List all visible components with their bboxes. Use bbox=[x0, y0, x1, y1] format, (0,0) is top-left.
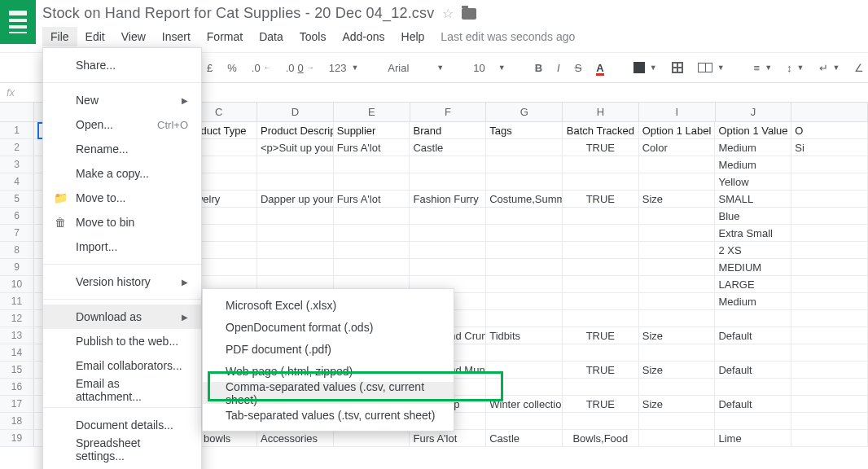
cell[interactable]: Tidbits bbox=[486, 327, 563, 344]
row-number[interactable]: 13 bbox=[0, 327, 34, 344]
menu-edit[interactable]: Edit bbox=[77, 27, 113, 46]
cell[interactable] bbox=[410, 208, 486, 224]
cell[interactable]: Winter collection bbox=[486, 396, 563, 412]
cell[interactable] bbox=[257, 208, 334, 224]
last-edit[interactable]: Last edit was seconds ago bbox=[441, 30, 575, 43]
col-header[interactable]: J bbox=[716, 103, 792, 121]
cell[interactable] bbox=[639, 430, 716, 446]
cell[interactable] bbox=[715, 413, 791, 429]
cell[interactable] bbox=[563, 276, 639, 292]
cell[interactable]: Brand bbox=[410, 122, 486, 138]
file-menu-publish-to-the-web[interactable]: Publish to the web... bbox=[43, 329, 201, 353]
row-number[interactable]: 12 bbox=[0, 310, 34, 327]
cell[interactable]: Size bbox=[639, 327, 716, 344]
cell[interactable]: TRUE bbox=[563, 362, 639, 378]
wrap[interactable]: ↵▼ bbox=[814, 60, 845, 76]
cell[interactable] bbox=[791, 310, 868, 327]
cell[interactable] bbox=[486, 173, 563, 190]
folder-icon[interactable] bbox=[462, 8, 476, 20]
row-number[interactable]: 14 bbox=[0, 344, 34, 361]
cell[interactable]: Medium bbox=[715, 139, 791, 156]
row-number[interactable]: 2 bbox=[0, 139, 34, 156]
col-header[interactable]: E bbox=[334, 103, 410, 121]
menu-add-ons[interactable]: Add-ons bbox=[334, 27, 392, 46]
cell[interactable] bbox=[334, 242, 410, 258]
file-menu-import[interactable]: Import... bbox=[43, 234, 201, 259]
cell[interactable] bbox=[334, 208, 410, 224]
cell[interactable]: O bbox=[791, 122, 868, 138]
cell[interactable] bbox=[791, 242, 868, 258]
row-number[interactable]: 18 bbox=[0, 413, 34, 429]
cell[interactable] bbox=[639, 310, 716, 327]
file-menu-document-details[interactable]: Document details... bbox=[43, 413, 201, 437]
col-header[interactable]: G bbox=[486, 103, 563, 121]
file-menu-email-collaborators[interactable]: Email collaborators... bbox=[43, 353, 201, 378]
cell[interactable]: Size bbox=[639, 191, 716, 207]
cell[interactable]: Default bbox=[715, 396, 791, 412]
cell[interactable]: TRUE bbox=[563, 327, 639, 344]
cell[interactable] bbox=[563, 310, 639, 327]
cell[interactable] bbox=[257, 225, 334, 241]
file-menu-make-a-copy[interactable]: Make a copy... bbox=[43, 161, 201, 186]
star-icon[interactable]: ☆ bbox=[442, 6, 454, 21]
cell[interactable] bbox=[791, 430, 868, 446]
cell[interactable] bbox=[639, 344, 716, 361]
download-comma-separated-values-csv-current-sheet[interactable]: Comma-separated values (.csv, current sh… bbox=[203, 382, 454, 404]
cell[interactable] bbox=[563, 259, 639, 275]
cell[interactable]: Batch Tracked bbox=[563, 122, 639, 138]
cell[interactable] bbox=[791, 362, 868, 378]
cell[interactable] bbox=[639, 379, 716, 395]
download-opendocument-format-ods[interactable]: OpenDocument format (.ods) bbox=[203, 316, 454, 338]
cell[interactable] bbox=[715, 344, 791, 361]
cell[interactable] bbox=[715, 310, 791, 327]
row-number[interactable]: 11 bbox=[0, 293, 34, 309]
col-header[interactable]: H bbox=[563, 103, 639, 121]
row-number[interactable]: 5 bbox=[0, 191, 34, 207]
cell[interactable] bbox=[563, 225, 639, 241]
doc-title[interactable]: Stock on Hand Report for Cat Supplies - … bbox=[42, 5, 434, 22]
cell[interactable] bbox=[639, 293, 716, 309]
row-number[interactable]: 8 bbox=[0, 242, 34, 258]
cell[interactable]: Bowls,Food bbox=[563, 430, 639, 446]
cell[interactable]: Castle bbox=[486, 430, 563, 446]
more-formats[interactable]: 123▼ bbox=[324, 60, 364, 76]
cell[interactable] bbox=[563, 208, 639, 224]
cell[interactable] bbox=[791, 191, 868, 207]
font-family[interactable]: Arial▼ bbox=[383, 60, 449, 76]
cell[interactable] bbox=[639, 156, 716, 173]
cell[interactable] bbox=[791, 293, 868, 309]
cell[interactable] bbox=[791, 379, 868, 395]
cell[interactable] bbox=[410, 242, 486, 258]
menu-tools[interactable]: Tools bbox=[292, 27, 335, 46]
file-menu-spreadsheet-settings[interactable]: Spreadsheet settings... bbox=[43, 437, 201, 462]
cell[interactable]: Lime bbox=[715, 430, 791, 446]
file-menu-rename[interactable]: Rename... bbox=[43, 137, 201, 161]
cell[interactable] bbox=[639, 259, 716, 275]
cell[interactable] bbox=[639, 242, 716, 258]
cell[interactable] bbox=[486, 208, 563, 224]
cell[interactable] bbox=[257, 173, 334, 190]
cell[interactable] bbox=[639, 413, 716, 429]
sheets-logo[interactable] bbox=[0, 0, 36, 44]
cell[interactable] bbox=[563, 413, 639, 429]
cell[interactable]: Yellow bbox=[715, 173, 791, 190]
increase-decimal[interactable]: .00→ bbox=[281, 60, 319, 76]
cell[interactable] bbox=[257, 156, 334, 173]
download-web-page-html-zipped[interactable]: Web page (.html, zipped) bbox=[203, 360, 454, 382]
cell[interactable] bbox=[486, 379, 563, 395]
cell[interactable]: Product Descripti bbox=[257, 122, 334, 138]
cell[interactable] bbox=[715, 379, 791, 395]
cell[interactable] bbox=[334, 225, 410, 241]
cell[interactable]: Default bbox=[715, 362, 791, 378]
rotate[interactable]: ∠▼ bbox=[849, 60, 868, 76]
cell[interactable] bbox=[563, 156, 639, 173]
cell[interactable] bbox=[486, 259, 563, 275]
cell[interactable]: Blue bbox=[715, 208, 791, 224]
cell[interactable] bbox=[486, 156, 563, 173]
menu-format[interactable]: Format bbox=[199, 27, 251, 46]
cell[interactable]: Medium bbox=[715, 156, 791, 173]
borders[interactable] bbox=[667, 60, 688, 75]
cell[interactable] bbox=[791, 156, 868, 173]
cell[interactable]: Medium bbox=[715, 293, 791, 309]
cell[interactable]: TRUE bbox=[563, 396, 639, 412]
